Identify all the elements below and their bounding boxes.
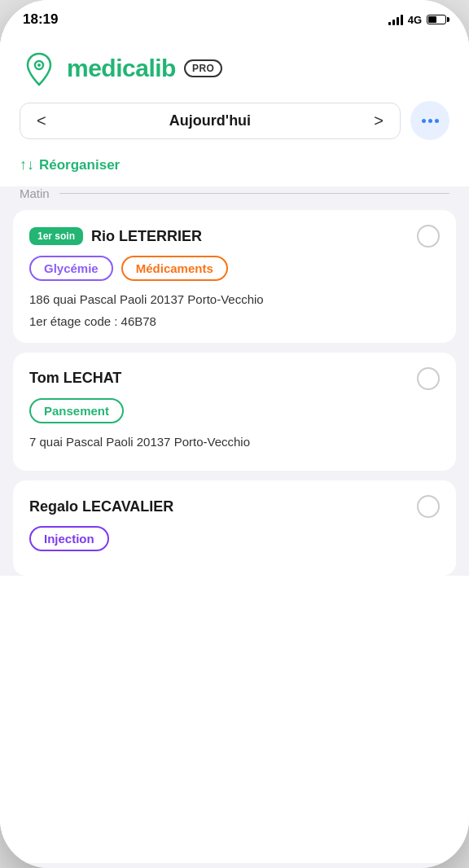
medicalib-logo-icon [20,49,59,88]
svg-point-1 [37,64,41,67]
section-matin-label: Matin [20,186,50,200]
battery-icon [427,15,446,24]
current-date-label: Aujourd'hui [169,112,251,129]
main-content: medicalib PRO < Aujourd'hui > [0,33,469,863]
tags-row-1: Pansement [29,398,440,423]
sort-icon: ↑↓ [20,156,34,173]
status-icons: 4G [388,14,446,26]
phone-screen: 18:19 4G [0,0,469,868]
card-address-1: 7 quai Pascal Paoli 20137 Porto-Vecchio [29,433,440,452]
signal-bar-2 [392,20,395,25]
first-soin-badge: 1er soin [29,227,83,245]
more-dots-icon [422,119,439,123]
cards-container: 1er soin Rio LETERRIER Glycémie Médicame… [0,210,469,576]
reorganize-label: Réorganiser [39,157,120,173]
card-header-0: 1er soin Rio LETERRIER [29,225,440,248]
tag-glycemie[interactable]: Glycémie [29,256,113,281]
tags-row-0: Glycémie Médicaments [29,256,440,281]
pro-badge: PRO [184,59,223,77]
date-navigation: < Aujourd'hui > [0,101,469,140]
patient-name-0: Rio LETERRIER [91,228,202,245]
date-nav-inner: < Aujourd'hui > [20,103,401,139]
patient-card-1: Tom LECHAT Pansement 7 quai Pascal Paoli… [13,353,456,471]
card-name-row-2: Regalo LECAVALIER [29,498,173,515]
patient-name-1: Tom LECHAT [29,370,121,387]
signal-bar-1 [388,22,391,25]
more-options-button[interactable] [410,101,449,140]
battery-fill [428,16,436,23]
tag-medicaments[interactable]: Médicaments [121,256,228,281]
app-header: medicalib PRO [0,33,469,101]
section-matin-header: Matin [0,186,469,210]
prev-date-button[interactable]: < [37,112,46,130]
patient-radio-2[interactable] [417,495,440,518]
tag-pansement[interactable]: Pansement [29,398,124,423]
tag-injection[interactable]: Injection [29,526,109,551]
patient-radio-1[interactable] [417,367,440,390]
reorganize-row[interactable]: ↑↓ Réorganiser [0,153,469,186]
dot-3 [435,119,439,123]
card-name-row-0: 1er soin Rio LETERRIER [29,227,202,245]
next-date-button[interactable]: > [374,112,384,130]
logo-row: medicalib PRO [20,49,449,88]
status-time: 18:19 [23,11,58,28]
dot-2 [428,119,432,123]
app-name: medicalib [67,55,176,82]
card-header-2: Regalo LECAVALIER [29,495,440,518]
signal-bars [388,14,403,25]
notch [182,0,287,24]
section-divider [59,193,449,194]
network-label: 4G [408,14,422,26]
card-info-0: 1er étage code : 46B78 [29,314,440,328]
patient-radio-0[interactable] [417,225,440,248]
phone-frame: 18:19 4G [0,0,469,868]
dot-1 [422,119,426,123]
patient-card-2: Regalo LECAVALIER Injection [13,480,456,576]
card-header-1: Tom LECHAT [29,367,440,390]
patient-card-0: 1er soin Rio LETERRIER Glycémie Médicame… [13,210,456,343]
card-name-row-1: Tom LECHAT [29,370,121,387]
card-address-0: 186 quai Pascal Paoli 20137 Porto-Vecchi… [29,291,440,309]
signal-bar-3 [397,17,399,25]
patient-name-2: Regalo LECAVALIER [29,498,173,515]
tags-row-2: Injection [29,526,440,551]
signal-bar-4 [401,15,403,25]
